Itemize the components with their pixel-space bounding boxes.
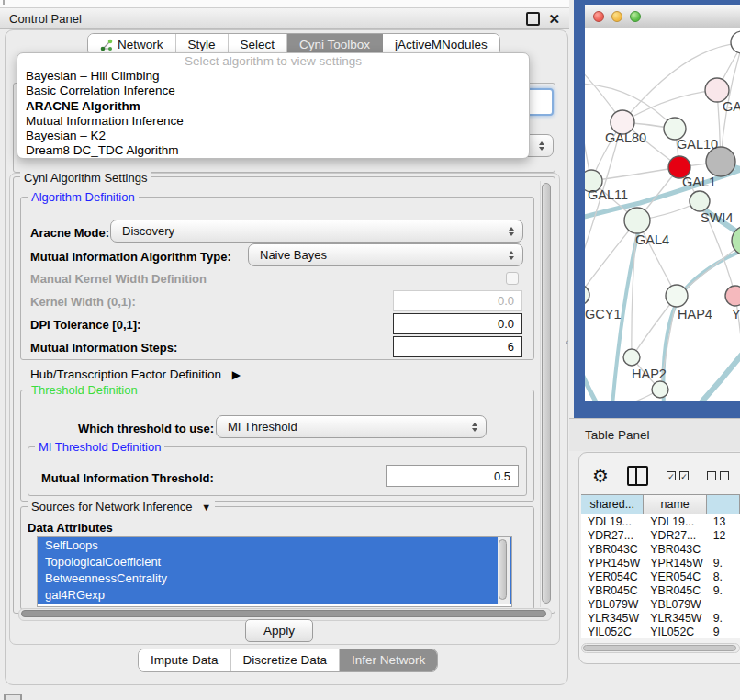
- combo-arrows-icon: [509, 227, 514, 236]
- gear-icon[interactable]: ⚙: [592, 467, 609, 485]
- algorithm-option[interactable]: Basic Correlation Inference: [17, 84, 529, 98]
- table-cell: YER054C: [581, 570, 644, 583]
- attributes-vertical-scrollbar[interactable]: [498, 537, 510, 604]
- algorithm-option[interactable]: Dream8 DC_TDC Algorithm: [17, 143, 529, 158]
- network-node[interactable]: [731, 31, 740, 53]
- divider-collapse-icon[interactable]: ‹: [566, 336, 569, 347]
- table-cell: YLR345W: [644, 612, 706, 625]
- top-left-tick: [3, 0, 5, 5]
- network-edge: [663, 247, 740, 401]
- which-threshold-value: MI Threshold: [228, 420, 297, 434]
- network-node[interactable]: [652, 381, 668, 398]
- network-node-gal4[interactable]: [624, 208, 650, 233]
- sources-title[interactable]: Sources for Network Inference ▼: [28, 500, 215, 514]
- table-row[interactable]: YBR045CYBR045C9.: [581, 583, 740, 597]
- tab-impute-data[interactable]: Impute Data: [139, 649, 231, 671]
- columns-icon[interactable]: [627, 466, 648, 486]
- algorithm-option[interactable]: ARACNE Algorithm: [17, 99, 529, 114]
- aracne-mode-combobox[interactable]: Discovery: [110, 220, 523, 243]
- deselect-all-checks-icon[interactable]: [707, 471, 729, 480]
- network-node-hap4[interactable]: [666, 285, 688, 307]
- select-all-checks-icon[interactable]: ✓ ✓: [667, 471, 689, 480]
- table-cell: YBL079W: [644, 598, 706, 611]
- hub-tf-expander[interactable]: Hub/Transcription Factor Definition ▶: [30, 367, 241, 381]
- mi-algorithm-type-value: Naive Bayes: [260, 248, 327, 262]
- settings-vertical-scrollbar[interactable]: [540, 181, 553, 607]
- algorithm-option[interactable]: Bayesian – K2: [17, 129, 529, 143]
- data-attributes-label: Data Attributes: [28, 521, 113, 535]
- tab-infer-network[interactable]: Infer Network: [340, 649, 437, 671]
- settings-hscrollbar-thumb[interactable]: [21, 610, 546, 617]
- algorithm-option[interactable]: Bayesian – Hill Climbing: [17, 69, 529, 84]
- dpi-tolerance-field[interactable]: 0.0: [393, 313, 522, 334]
- mi-threshold-label: Mutual Information Threshold:: [41, 471, 214, 485]
- table-cell: YDL19...: [581, 515, 644, 528]
- network-node-y[interactable]: [725, 286, 740, 306]
- table-cell: YBR045C: [644, 584, 706, 597]
- manual-kernel-width-checkbox[interactable]: [506, 272, 519, 285]
- apply-button-label: Apply: [263, 624, 295, 638]
- apply-button[interactable]: Apply: [245, 619, 313, 642]
- expand-right-icon: ▶: [232, 368, 241, 381]
- table-cell: YPR145W: [644, 557, 706, 570]
- table-row[interactable]: YBR043CYBR043C: [581, 542, 740, 556]
- aracne-mode-label: Aracne Mode:: [30, 226, 109, 240]
- which-threshold-combobox[interactable]: MI Threshold: [216, 415, 487, 438]
- table-row[interactable]: YIL052CYIL052C9: [581, 626, 740, 638]
- network-edge: [591, 167, 679, 181]
- network-node-swi4[interactable]: [690, 191, 710, 211]
- top-strip: [0, 0, 569, 7]
- unchecked-box-icon: [720, 471, 729, 480]
- kernel-width-field[interactable]: 0.0: [393, 290, 522, 311]
- network-node-label: HAP2: [632, 367, 667, 381]
- tab-discretize-data[interactable]: Discretize Data: [231, 649, 341, 671]
- table-cell: YLR345W: [581, 612, 644, 625]
- network-node-gcy1[interactable]: [585, 285, 589, 305]
- table-cell: 8.: [707, 570, 740, 583]
- table-column-header[interactable]: name: [644, 495, 706, 514]
- minimize-traffic-light-icon[interactable]: [611, 11, 622, 22]
- mi-steps-value: 6: [508, 340, 514, 354]
- close-traffic-light-icon[interactable]: [593, 11, 604, 22]
- table-cell: 9: [707, 626, 740, 638]
- control-panel-header: Control Panel ✕: [0, 7, 569, 29]
- mi-algorithm-type-combobox[interactable]: Naive Bayes: [248, 243, 523, 266]
- kernel-width-value: 0.0: [498, 294, 514, 308]
- data-attribute-item[interactable]: BetweennessCentrality: [38, 570, 511, 587]
- collapse-down-icon: ▼: [201, 502, 211, 513]
- mi-steps-field[interactable]: 6: [393, 336, 522, 357]
- algorithm-option[interactable]: Mutual Information Inference: [17, 114, 529, 129]
- data-attribute-item[interactable]: SelfLoops: [38, 537, 511, 554]
- table-row[interactable]: YPR145WYPR145W9.: [581, 556, 740, 570]
- data-attribute-item[interactable]: TopologicalCoefficient: [38, 554, 511, 570]
- table-row[interactable]: YBL079WYBL079W: [581, 598, 740, 612]
- attributes-scrollbar-thumb[interactable]: [499, 539, 507, 600]
- manual-kernel-width-label: Manual Kernel Width Definition: [30, 272, 207, 286]
- float-window-icon[interactable]: [526, 12, 540, 26]
- table-row[interactable]: YLR345WYLR345W9.: [581, 612, 740, 626]
- table-column-header[interactable]: shared...: [581, 495, 644, 514]
- network-node-label: GCY1: [585, 307, 622, 322]
- table-rows: YDL19...YDL19...13YDR27...YDR27...12YBR0…: [581, 514, 740, 638]
- table-panel-title: Table Panel: [585, 428, 650, 442]
- network-canvas[interactable]: GALGAL80GAL10GAL1GAL11SWI4GAL4GCY1HAP4YH…: [585, 28, 740, 401]
- kernel-width-label: Kernel Width (0,1):: [30, 295, 136, 309]
- table-cell: YBR043C: [581, 543, 644, 556]
- table-horizontal-scrollbar[interactable]: [581, 643, 740, 653]
- cyni-bottom-tabbar: Impute DataDiscretize DataInfer Network: [138, 649, 438, 672]
- tab-label: Network: [118, 38, 163, 51]
- table-row[interactable]: YDL19...YDL19...13: [581, 514, 740, 528]
- table-panel-header: Table Panel: [569, 418, 740, 451]
- tab-label: Discretize Data: [243, 653, 328, 667]
- settings-scrollbar-thumb[interactable]: [542, 183, 551, 604]
- table-hscrollbar-thumb[interactable]: [583, 645, 736, 651]
- close-icon[interactable]: ✕: [548, 14, 560, 24]
- network-node-label: GAL10: [677, 137, 718, 152]
- network-node-hap2[interactable]: [623, 349, 640, 366]
- mi-threshold-field[interactable]: 0.5: [386, 465, 519, 487]
- data-attribute-item[interactable]: gal4RGexp: [38, 587, 511, 604]
- table-column-header[interactable]: [707, 495, 740, 514]
- table-row[interactable]: YER054CYER054C8.: [581, 570, 740, 583]
- table-row[interactable]: YDR27...YDR27...12: [581, 528, 740, 542]
- zoom-traffic-light-icon[interactable]: [630, 11, 641, 22]
